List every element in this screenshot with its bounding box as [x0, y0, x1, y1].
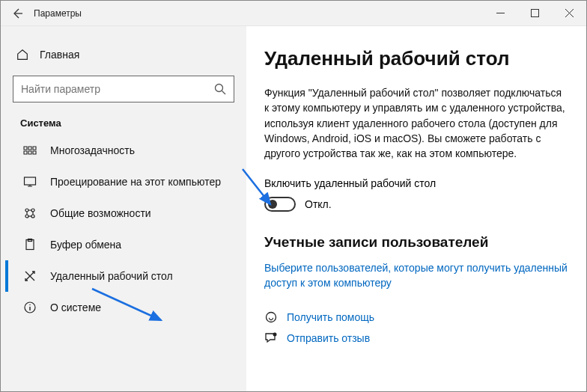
get-help-link: Получить помощь: [287, 311, 374, 323]
sidebar-item-label: Многозадачность: [50, 144, 135, 156]
home-icon: [16, 48, 29, 61]
close-button[interactable]: [552, 1, 586, 26]
svg-point-11: [273, 332, 277, 336]
page-description: Функция "Удаленный рабочий стол" позволя…: [264, 85, 568, 161]
feedback-row[interactable]: Отправить отзыв: [264, 331, 568, 345]
remote-desktop-toggle[interactable]: [264, 197, 296, 212]
feedback-link: Отправить отзыв: [287, 332, 370, 344]
minimize-button[interactable]: [483, 1, 517, 26]
svg-point-4: [31, 209, 34, 212]
window-title: Параметры: [34, 8, 82, 19]
multitasking-icon: [23, 144, 37, 157]
get-help-row[interactable]: Получить помощь: [264, 310, 568, 324]
remote-desktop-icon: [23, 269, 37, 283]
sidebar-section-title: Система: [20, 117, 242, 129]
content-pane: Удаленный рабочий стол Функция "Удаленны…: [246, 26, 586, 391]
back-button[interactable]: [1, 1, 34, 26]
accounts-heading: Учетные записи пользователей: [264, 234, 568, 251]
window-controls: [483, 1, 586, 26]
search-input[interactable]: [21, 83, 214, 95]
sidebar-home[interactable]: Главная: [5, 40, 242, 70]
clipboard-icon: [23, 238, 37, 251]
svg-point-6: [31, 215, 34, 218]
sidebar-item-clipboard[interactable]: Буфер обмена: [5, 229, 242, 260]
select-users-link[interactable]: Выберите пользователей, которые могут по…: [264, 261, 568, 290]
svg-point-5: [25, 215, 28, 218]
sidebar-item-projecting[interactable]: Проецирование на этот компьютер: [5, 166, 242, 197]
sidebar-item-label: О системе: [50, 301, 101, 313]
sidebar-item-label: Общие возможности: [50, 207, 151, 219]
search-icon: [214, 83, 226, 95]
sidebar-item-about[interactable]: О системе: [5, 292, 242, 323]
sidebar-item-label: Удаленный рабочий стол: [50, 270, 173, 282]
sidebar-item-label: Проецирование на этот компьютер: [50, 176, 221, 188]
sidebar: Главная Система Многозадачность: [1, 26, 246, 391]
projecting-icon: [23, 175, 37, 189]
toggle-label: Включить удаленный рабочий стол: [264, 177, 568, 189]
sidebar-item-shared[interactable]: Общие возможности: [5, 197, 242, 229]
sidebar-item-multitasking[interactable]: Многозадачность: [5, 135, 242, 166]
back-arrow-icon: [11, 7, 23, 19]
help-icon: [264, 310, 278, 324]
sidebar-item-label: Буфер обмена: [50, 239, 121, 251]
feedback-icon: [264, 331, 278, 345]
shared-experiences-icon: [23, 206, 37, 220]
svg-rect-2: [25, 177, 36, 185]
svg-point-1: [216, 85, 223, 92]
title-bar: Параметры: [1, 1, 586, 26]
svg-point-10: [267, 312, 276, 322]
search-box[interactable]: [13, 76, 234, 102]
sidebar-home-label: Главная: [40, 49, 79, 61]
page-heading: Удаленный рабочий стол: [264, 47, 568, 70]
toggle-state-label: Откл.: [305, 198, 332, 210]
svg-rect-0: [531, 10, 538, 17]
sidebar-nav: Многозадачность Проецирование на этот ко…: [5, 135, 242, 323]
about-icon: [23, 301, 37, 314]
maximize-button[interactable]: [517, 1, 552, 26]
svg-point-3: [25, 209, 28, 212]
sidebar-item-remote-desktop[interactable]: Удаленный рабочий стол: [5, 260, 242, 292]
toggle-knob: [268, 200, 277, 209]
